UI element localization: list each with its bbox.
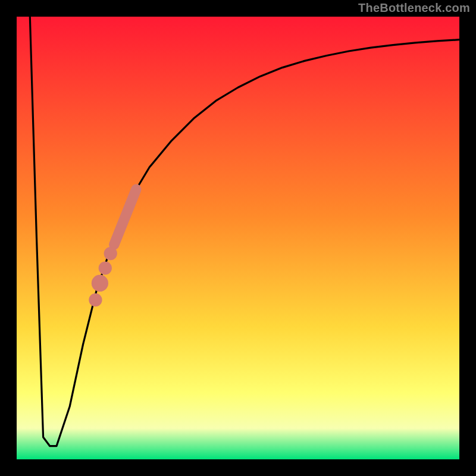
marker-dot xyxy=(99,261,112,274)
marker-dot xyxy=(89,293,102,306)
marker-dot xyxy=(104,247,117,260)
attribution-label: TheBottleneck.com xyxy=(358,1,470,15)
chart-container: TheBottleneck.com xyxy=(0,0,476,476)
marker-dot xyxy=(92,275,108,292)
plot-background xyxy=(17,17,459,459)
chart-svg xyxy=(0,0,476,476)
